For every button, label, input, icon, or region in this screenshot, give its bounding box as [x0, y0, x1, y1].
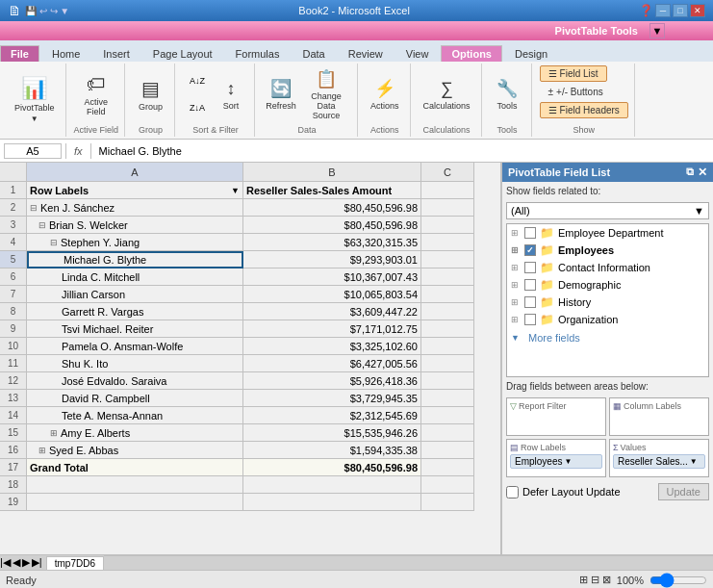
- cell-5b[interactable]: $9,293,903.01: [243, 251, 421, 268]
- expand-history[interactable]: ⊞: [511, 297, 521, 307]
- cell-15b[interactable]: $15,535,946.26: [243, 424, 421, 442]
- cell-7b[interactable]: $10,065,803.54: [243, 286, 421, 303]
- activefield-button[interactable]: 🏷 Active Field: [76, 66, 116, 122]
- field-item-history[interactable]: ⊞ 📁 History: [507, 294, 708, 311]
- tab-insert[interactable]: Insert: [92, 45, 140, 62]
- expand-icon-16[interactable]: ⊞: [38, 446, 46, 455]
- row-labels-dropdown[interactable]: ▼: [231, 186, 240, 195]
- group-button[interactable]: ▤ Group: [134, 66, 168, 122]
- cell-11b[interactable]: $6,427,005.56: [243, 355, 421, 372]
- cell-5a[interactable]: Michael G. Blythe: [27, 251, 243, 268]
- checkbox-contact[interactable]: [524, 262, 536, 273]
- cell-13a[interactable]: David R. Campbell: [27, 390, 243, 407]
- tab-formulas[interactable]: Formulas: [225, 45, 291, 62]
- area-report-filter[interactable]: ▽ Report Filter: [506, 397, 606, 436]
- cell-14a[interactable]: Tete A. Mensa-Annan: [27, 407, 243, 424]
- expand-demographic[interactable]: ⊞: [511, 280, 521, 290]
- area-values[interactable]: Σ Values Reseller Sales... ▼: [609, 439, 709, 477]
- cell-10b[interactable]: $3,325,102.60: [243, 338, 421, 355]
- tab-page-layout[interactable]: Page Layout: [142, 45, 223, 62]
- cell-19a[interactable]: [27, 494, 243, 511]
- horizontal-scrollbar[interactable]: [104, 555, 713, 570]
- row-labels-chip[interactable]: Employees ▼: [510, 454, 602, 469]
- field-headers-button[interactable]: ☰ Field Headers: [540, 102, 628, 118]
- cell-11a[interactable]: Shu K. Ito: [27, 355, 243, 372]
- pivottable-button[interactable]: 📊 PivotTable ▼: [10, 71, 60, 127]
- cell-3a[interactable]: ⊟ Brian S. Welcker: [27, 217, 243, 234]
- minimize-button[interactable]: ─: [655, 4, 671, 17]
- cell-6b[interactable]: $10,367,007.43: [243, 268, 421, 286]
- cell-2a[interactable]: ⊟ Ken J. Sánchez: [27, 199, 243, 217]
- cell-16b[interactable]: $1,594,335.38: [243, 442, 421, 459]
- field-item-contact[interactable]: ⊞ 📁 Contact Information: [507, 259, 708, 276]
- cell-9b[interactable]: $7,171,012.75: [243, 320, 421, 338]
- tab-file[interactable]: File: [0, 45, 39, 62]
- field-item-employees[interactable]: ⊞ ✓ 📁 Employees: [507, 242, 708, 259]
- cell-12a[interactable]: José Edvaldo. Saraiva: [27, 372, 243, 390]
- plus-minus-buttons-button[interactable]: ± +/- Buttons: [540, 84, 612, 100]
- expand-icon-4[interactable]: ⊟: [50, 238, 58, 247]
- tab-options[interactable]: Options: [441, 45, 502, 62]
- cell-15a[interactable]: ⊞ Amy E. Alberts: [27, 424, 243, 442]
- cell-17b[interactable]: $80,450,596.98: [243, 459, 421, 476]
- cell-13b[interactable]: $3,729,945.35: [243, 390, 421, 407]
- maximize-button[interactable]: □: [673, 4, 688, 17]
- expand-icon-15[interactable]: ⊞: [50, 428, 58, 438]
- expand-employees[interactable]: ⊞: [511, 245, 521, 255]
- expand-icon-3[interactable]: ⊟: [38, 220, 46, 230]
- sort-za-button[interactable]: Z↓A: [183, 95, 212, 120]
- show-fields-dropdown[interactable]: (All) ▼: [506, 202, 709, 219]
- sort-az-button[interactable]: A↓Z: [183, 68, 212, 93]
- update-button[interactable]: Update: [658, 483, 709, 500]
- values-chip[interactable]: Reseller Sales... ▼: [613, 454, 705, 469]
- field-item-more[interactable]: ▼ More fields: [507, 328, 708, 347]
- cell-1a[interactable]: Row Labels ▼: [27, 182, 243, 199]
- cell-3b[interactable]: $80,450,596.98: [243, 217, 421, 234]
- cell-14b[interactable]: $2,312,545.69: [243, 407, 421, 424]
- cell-12b[interactable]: $5,926,418.36: [243, 372, 421, 390]
- expand-employee-dept[interactable]: ⊞: [511, 228, 521, 238]
- cell-18b[interactable]: [243, 476, 421, 494]
- checkbox-history[interactable]: [524, 296, 536, 308]
- refresh-button[interactable]: 🔄 Refresh: [263, 66, 299, 122]
- checkbox-employees[interactable]: ✓: [524, 244, 536, 256]
- zoom-slider[interactable]: [649, 573, 707, 588]
- cell-16a[interactable]: ⊞ Syed E. Abbas: [27, 442, 243, 459]
- cell-6a[interactable]: Linda C. Mitchell: [27, 268, 243, 286]
- formula-input[interactable]: [95, 144, 709, 158]
- sort-button[interactable]: ↕ Sort: [214, 66, 248, 122]
- tab-review[interactable]: Review: [338, 45, 394, 62]
- close-button[interactable]: ✕: [690, 4, 705, 17]
- cell-1b[interactable]: Reseller Sales-Sales Amount: [243, 182, 421, 199]
- checkbox-employee-dept[interactable]: [524, 227, 536, 239]
- sheet-scroll-right[interactable]: ▶: [22, 556, 30, 569]
- cell-8b[interactable]: $3,609,447.22: [243, 303, 421, 320]
- expand-contact[interactable]: ⊞: [511, 263, 521, 272]
- sheet-tab-tmp7dd6[interactable]: tmp7DD6: [46, 556, 104, 570]
- actions-button[interactable]: ⚡ Actions: [366, 66, 404, 122]
- checkbox-demographic[interactable]: [524, 279, 536, 291]
- tab-data[interactable]: Data: [292, 45, 335, 62]
- field-item-organization[interactable]: ⊞ 📁 Organization: [507, 311, 708, 328]
- expand-organization[interactable]: ⊞: [511, 315, 521, 324]
- help-icon[interactable]: ❓: [639, 4, 653, 17]
- area-column-labels[interactable]: ▦ Column Labels: [609, 397, 709, 436]
- sheet-scroll-left[interactable]: ◀: [13, 556, 20, 569]
- cell-8a[interactable]: Garrett R. Vargas: [27, 303, 243, 320]
- tab-home[interactable]: Home: [41, 45, 90, 62]
- cell-18a[interactable]: [27, 476, 243, 494]
- tools-button[interactable]: 🔧 Tools: [490, 66, 524, 122]
- sheet-scroll-left-end[interactable]: |◀: [0, 556, 11, 569]
- field-list-button[interactable]: ☰ Field List: [540, 65, 607, 82]
- cell-2b[interactable]: $80,450,596.98: [243, 199, 421, 217]
- cell-9a[interactable]: Tsvi Michael. Reiter: [27, 320, 243, 338]
- checkbox-organization[interactable]: [524, 314, 536, 325]
- cell-reference[interactable]: [4, 143, 62, 159]
- area-row-labels[interactable]: ▤ Row Labels Employees ▼: [506, 439, 606, 477]
- cell-7a[interactable]: Jillian Carson: [27, 286, 243, 303]
- cell-10a[interactable]: Pamela O. Ansman-Wolfe: [27, 338, 243, 355]
- sheet-scroll-right-end[interactable]: ▶|: [32, 556, 42, 569]
- pivot-panel-copy-icon[interactable]: ⧉: [686, 166, 694, 179]
- cell-19b[interactable]: [243, 494, 421, 511]
- field-item-employee-department[interactable]: ⊞ 📁 Employee Department: [507, 224, 708, 242]
